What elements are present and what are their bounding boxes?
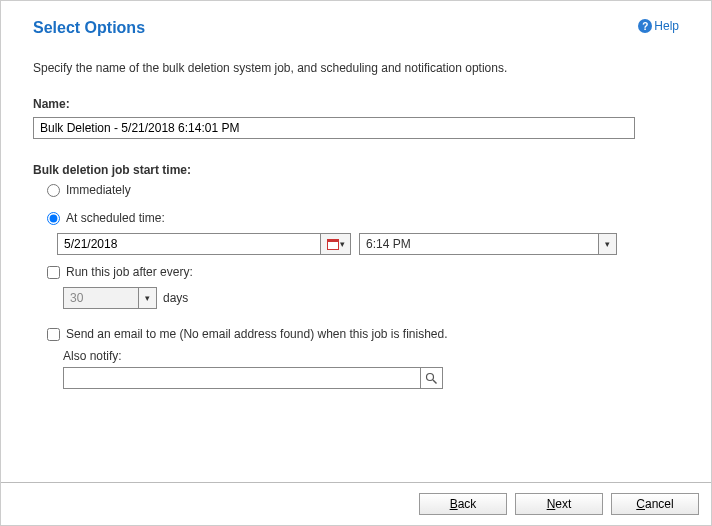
help-icon: ? xyxy=(638,19,652,33)
recur-unit-label: days xyxy=(163,291,188,305)
select-options-dialog: Select Options ? Help Specify the name o… xyxy=(0,0,712,526)
email-checkbox[interactable] xyxy=(47,328,60,341)
date-picker-button[interactable]: ▾ xyxy=(320,234,350,254)
page-title: Select Options xyxy=(33,19,145,37)
recur-days-select[interactable]: 30 ▾ xyxy=(63,287,157,309)
date-input[interactable] xyxy=(58,234,320,254)
cancel-button[interactable]: Cancel xyxy=(611,493,699,515)
recur-row: Run this job after every: xyxy=(47,265,679,279)
time-input-wrap: 6:14 PM ▾ xyxy=(359,233,617,255)
recur-days-value: 30 xyxy=(64,291,138,305)
immediately-radio[interactable] xyxy=(47,184,60,197)
also-notify-label: Also notify: xyxy=(63,349,679,363)
immediately-row: Immediately xyxy=(47,183,679,197)
svg-line-1 xyxy=(433,380,437,384)
help-link[interactable]: ? Help xyxy=(638,19,679,33)
immediately-label: Immediately xyxy=(66,183,131,197)
date-input-wrap: ▾ xyxy=(57,233,351,255)
search-icon xyxy=(425,372,438,385)
recur-days-dropdown[interactable]: ▾ xyxy=(138,288,156,308)
also-notify-wrap xyxy=(63,367,443,389)
recur-label: Run this job after every: xyxy=(66,265,193,279)
next-button[interactable]: Next xyxy=(515,493,603,515)
calendar-icon xyxy=(327,238,339,250)
svg-point-0 xyxy=(427,373,434,380)
also-notify-input[interactable] xyxy=(64,368,420,388)
lookup-button[interactable] xyxy=(420,368,442,388)
scheduled-row: At scheduled time: xyxy=(47,211,679,225)
scheduled-radio[interactable] xyxy=(47,212,60,225)
schedule-inputs: ▾ 6:14 PM ▾ xyxy=(57,233,679,255)
email-label: Send an email to me (No email address fo… xyxy=(66,327,448,341)
back-button[interactable]: Back xyxy=(419,493,507,515)
time-dropdown-button[interactable]: ▾ xyxy=(598,234,616,254)
header-row: Select Options ? Help xyxy=(33,19,679,37)
time-value[interactable]: 6:14 PM xyxy=(360,237,598,251)
scheduled-label: At scheduled time: xyxy=(66,211,165,225)
name-label: Name: xyxy=(33,97,679,111)
help-label: Help xyxy=(654,19,679,33)
name-input[interactable] xyxy=(33,117,635,139)
chevron-down-icon: ▾ xyxy=(145,294,150,303)
footer: Back Next Cancel xyxy=(1,482,711,525)
description-text: Specify the name of the bulk deletion sy… xyxy=(33,61,679,75)
recur-checkbox[interactable] xyxy=(47,266,60,279)
chevron-down-icon: ▾ xyxy=(340,240,345,249)
chevron-down-icon: ▾ xyxy=(605,240,610,249)
dialog-content: Select Options ? Help Specify the name o… xyxy=(1,1,711,389)
recur-value-row: 30 ▾ days xyxy=(63,287,679,309)
email-row: Send an email to me (No email address fo… xyxy=(47,327,679,341)
start-time-label: Bulk deletion job start time: xyxy=(33,163,679,177)
